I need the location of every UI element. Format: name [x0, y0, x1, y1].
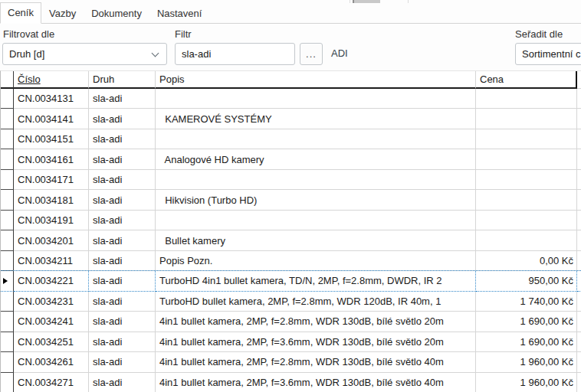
cell-cena[interactable] — [476, 149, 577, 169]
cell-cislo[interactable]: CN.0034171 — [14, 170, 89, 190]
cell-cena[interactable] — [476, 129, 577, 149]
table-row[interactable]: CN.0034161 sla-adi Analogové HD kamery — [1, 149, 581, 169]
cell-druh[interactable]: sla-adi — [89, 170, 156, 190]
cell-druh[interactable]: sla-adi — [89, 312, 156, 332]
filter-by-select[interactable]: Druh [d] — [2, 43, 167, 65]
cell-popis[interactable]: TurboHD bullet kamera, 2MP, f=2.8mm, WDR… — [156, 292, 476, 312]
cell-cena[interactable] — [476, 190, 577, 210]
cell-popis[interactable]: TurboHD 4in1 bullet kamera, TD/N, 2MP, f… — [156, 271, 476, 291]
cell-druh[interactable]: sla-adi — [89, 129, 156, 149]
cell-cislo[interactable]: CN.0034261 — [14, 352, 89, 372]
cell-popis[interactable]: Analogové HD kamery — [156, 149, 476, 169]
table-row[interactable]: CN.0034181 sla-adi Hikvision (Turbo HD) — [1, 190, 581, 210]
cell-cena[interactable]: 1 960,00 Kč — [476, 352, 577, 372]
browse-button[interactable]: ... — [300, 43, 323, 65]
cell-cena[interactable] — [476, 109, 577, 129]
cell-druh[interactable]: sla-adi — [89, 190, 156, 210]
table-row[interactable]: CN.0034231 sla-adi TurboHD bullet kamera… — [1, 292, 581, 312]
cell-cena[interactable]: 1 740,00 Kč — [476, 292, 577, 312]
cell-cislo[interactable]: CN.0034221 — [14, 271, 89, 291]
table-row[interactable]: CN.0034151 sla-adi — [1, 129, 581, 149]
table-row[interactable]: CN.0034251 sla-adi 4in1 bullet kamera, 2… — [1, 332, 581, 352]
row-selector-cell[interactable] — [1, 170, 14, 190]
cell-druh[interactable]: sla-adi — [89, 149, 156, 169]
cell-popis[interactable] — [156, 170, 476, 190]
cell-popis[interactable]: 4in1 bullet kamera, 2MP, f=3.6mm, WDR 13… — [156, 373, 476, 392]
row-selector-cell[interactable] — [1, 292, 14, 312]
table-row[interactable]: CN.0034241 sla-adi 4in1 bullet kamera, 2… — [1, 312, 581, 332]
cell-cena[interactable] — [476, 89, 577, 109]
row-selector-cell[interactable] — [1, 149, 14, 169]
sort-by-select[interactable]: Sortimentní c — [515, 43, 581, 65]
tab-nastaveni[interactable]: Nastavení — [149, 4, 210, 23]
cell-popis[interactable]: Bullet kamery — [156, 230, 476, 250]
tab-vazby[interactable]: Vazby — [41, 4, 84, 23]
row-selector-cell[interactable] — [1, 230, 14, 250]
cell-druh[interactable]: sla-adi — [89, 230, 156, 250]
column-header-cena[interactable]: Cena — [476, 71, 577, 89]
row-selector-cell[interactable] — [1, 89, 14, 109]
row-selector-cell[interactable] — [1, 271, 14, 291]
table-row[interactable]: CN.0034141 sla-adi KAMEROVÉ SYSTÉMY — [1, 109, 581, 129]
cell-cislo[interactable]: CN.0034201 — [14, 230, 89, 250]
cell-druh[interactable]: sla-adi — [89, 251, 156, 271]
table-row[interactable]: CN.0034211 sla-adi Popis Pozn. 0,00 Kč — [1, 251, 581, 271]
cell-cislo[interactable]: CN.0034241 — [14, 312, 89, 332]
cell-druh[interactable]: sla-adi — [89, 271, 156, 291]
tab-dokumenty[interactable]: Dokumenty — [84, 4, 149, 23]
cell-cislo[interactable]: CN.0034161 — [14, 149, 89, 169]
cell-popis[interactable] — [156, 129, 476, 149]
cell-druh[interactable]: sla-adi — [89, 373, 156, 392]
cell-cena[interactable]: 1 690,00 Kč — [476, 312, 577, 332]
table-row[interactable]: CN.0034201 sla-adi Bullet kamery — [1, 230, 581, 250]
table-row[interactable]: CN.0034271 sla-adi 4in1 bullet kamera, 2… — [1, 373, 581, 392]
cell-popis[interactable]: Hikvision (Turbo HD) — [156, 190, 476, 210]
row-selector-cell[interactable] — [1, 211, 14, 230]
cell-popis[interactable] — [156, 89, 476, 109]
cell-cena[interactable]: 0,00 Kč — [476, 251, 577, 271]
table-row[interactable]: CN.0034221 sla-adi TurboHD 4in1 bullet k… — [1, 271, 581, 291]
table-row[interactable]: CN.0034171 sla-adi — [1, 170, 581, 190]
row-selector-cell[interactable] — [1, 373, 14, 392]
cell-druh[interactable]: sla-adi — [89, 89, 156, 109]
cell-cislo[interactable]: CN.0034231 — [14, 292, 89, 312]
cell-cislo[interactable]: CN.0034271 — [14, 373, 89, 392]
cell-popis[interactable]: 4in1 bullet kamera, 2MP, f=2.8mm, WDR 13… — [156, 352, 476, 372]
cell-cislo[interactable]: CN.0034191 — [14, 211, 89, 230]
cell-cena[interactable]: 1 960,00 Kč — [476, 373, 577, 392]
row-selector-cell[interactable] — [1, 312, 14, 332]
cell-cislo[interactable]: CN.0034151 — [14, 129, 89, 149]
cell-cislo[interactable]: CN.0034181 — [14, 190, 89, 210]
cell-cislo[interactable]: CN.0034141 — [14, 109, 89, 129]
cell-popis[interactable]: 4in1 bullet kamera, 2MP, f=3.6mm, WDR 13… — [156, 332, 476, 352]
column-header-cislo[interactable]: Číslo — [14, 71, 89, 89]
cell-cislo[interactable]: CN.0034251 — [14, 332, 89, 352]
cell-druh[interactable]: sla-adi — [89, 292, 156, 312]
column-header-popis[interactable]: Popis — [156, 71, 476, 89]
cell-cislo[interactable]: CN.0034211 — [14, 251, 89, 271]
cell-cena[interactable] — [476, 170, 577, 190]
row-selector-cell[interactable] — [1, 109, 14, 129]
cell-popis[interactable]: 4in1 bullet kamera, 2MP, f=2.8mm, WDR 13… — [156, 312, 476, 332]
filter-input[interactable] — [175, 43, 295, 65]
cell-cena[interactable]: 950,00 Kč — [476, 271, 577, 291]
cell-druh[interactable]: sla-adi — [89, 211, 156, 230]
cell-druh[interactable]: sla-adi — [89, 352, 156, 372]
cell-popis[interactable]: Popis Pozn. — [156, 251, 476, 271]
cell-cislo[interactable]: CN.0034131 — [14, 89, 89, 109]
table-row[interactable]: CN.0034261 sla-adi 4in1 bullet kamera, 2… — [1, 352, 581, 372]
row-selector-cell[interactable] — [1, 129, 14, 149]
row-selector-cell[interactable] — [1, 190, 14, 210]
cell-druh[interactable]: sla-adi — [89, 109, 156, 129]
tab-cenik[interactable]: Ceník — [0, 2, 41, 24]
row-selector-cell[interactable] — [1, 352, 14, 372]
row-selector-cell[interactable] — [1, 251, 14, 271]
table-row[interactable]: CN.0034131 sla-adi — [1, 89, 581, 109]
table-row[interactable]: CN.0034191 sla-adi — [1, 211, 581, 230]
cell-cena[interactable] — [476, 230, 577, 250]
row-selector-cell[interactable] — [1, 332, 14, 352]
cell-cena[interactable] — [476, 211, 577, 230]
cell-popis[interactable] — [156, 211, 476, 230]
cell-cena[interactable]: 1 690,00 Kč — [476, 332, 577, 352]
cell-popis[interactable]: KAMEROVÉ SYSTÉMY — [156, 109, 476, 129]
